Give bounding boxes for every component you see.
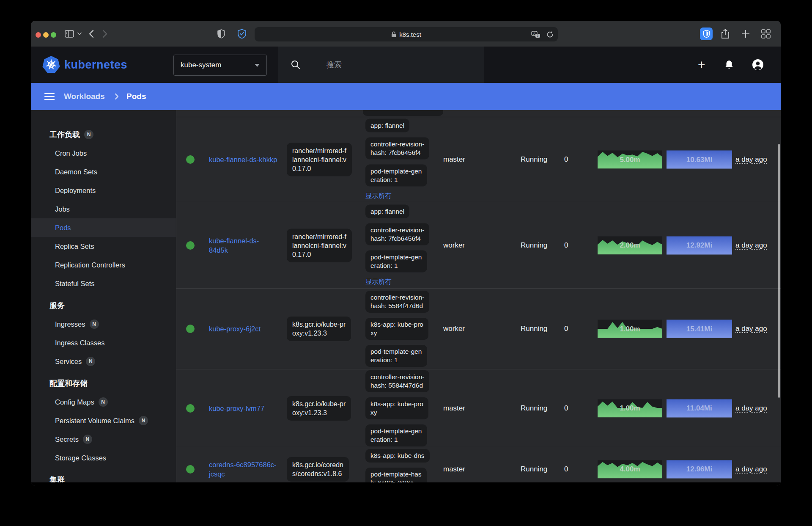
- sidebar-item-ingresses[interactable]: IngressesN: [31, 315, 176, 333]
- breadcrumb-section[interactable]: Workloads: [64, 92, 105, 101]
- pod-cpu-chip: 2.00m: [598, 236, 662, 254]
- pod-row: kube-flannel-ds- 84d5k rancher/mirrored-…: [176, 202, 781, 288]
- pod-age: a day ago: [735, 404, 767, 413]
- pod-node: master: [443, 155, 465, 164]
- pod-status-dot: [186, 155, 195, 164]
- sidebar-item-replication-controllers[interactable]: Replication Controllers: [31, 256, 176, 274]
- new-badge: N: [99, 397, 108, 407]
- pods-table: kube-flannel-ds-khkkp rancher/mirrored-f…: [176, 110, 781, 482]
- window-minimize-button[interactable]: [43, 32, 49, 38]
- pod-status: Running: [521, 155, 547, 164]
- pod-label-chip: k8s-app: kube-pro xy: [365, 318, 428, 340]
- url-text: k8s.test: [399, 31, 421, 38]
- shield-check-icon[interactable]: [238, 29, 246, 39]
- back-button[interactable]: [89, 30, 94, 38]
- forward-button[interactable]: [102, 30, 107, 38]
- svg-text:A: A: [533, 32, 536, 36]
- sidebar-section-header: 集群: [31, 471, 176, 482]
- sidebar-item-pods[interactable]: Pods: [31, 218, 176, 237]
- new-badge: N: [90, 319, 99, 329]
- show-all-link[interactable]: 显示所有: [365, 277, 392, 286]
- pod-cpu-chip: 1.00m: [598, 399, 662, 417]
- sidebar-item-daemon-sets[interactable]: Daemon Sets: [31, 162, 176, 181]
- pod-label-chip: pod-template-gen eration: 1: [365, 250, 427, 272]
- breadcrumb-chevron-icon: [115, 93, 119, 100]
- pod-row: coredns-6c8957686c- jcsqc k8s.gcr.io/cor…: [176, 447, 781, 482]
- sidebar-item-cron-jobs[interactable]: Cron Jobs: [31, 144, 176, 162]
- sidebar-toggle-icon[interactable]: [65, 30, 74, 38]
- sidebar-item-replica-sets[interactable]: Replica Sets: [31, 237, 176, 256]
- new-tab-icon[interactable]: [741, 30, 750, 38]
- sidebar-item-persistent-volume-claims[interactable]: Persistent Volume ClaimsN: [31, 411, 176, 430]
- show-all-link[interactable]: 显示所有: [365, 192, 392, 201]
- pod-status: Running: [521, 465, 547, 474]
- pod-node: worker: [443, 241, 465, 250]
- pod-image-chip: k8s.gcr.io/coredn s/coredns:v1.8.6: [287, 457, 349, 482]
- window-zoom-button[interactable]: [51, 32, 56, 38]
- pod-restarts: 0: [564, 155, 568, 164]
- sidebar-item-ingress-classes[interactable]: Ingress Classes: [31, 333, 176, 352]
- namespace-value: kube-system: [181, 61, 255, 69]
- sidebar-item-stateful-sets[interactable]: Stateful Sets: [31, 274, 176, 293]
- address-bar[interactable]: k8s.test A文: [255, 27, 558, 41]
- reload-icon[interactable]: [546, 31, 554, 38]
- pod-memory-chip: 15.41Mi: [667, 320, 732, 338]
- pod-name-link[interactable]: kube-flannel-ds- 84d5k: [209, 236, 286, 255]
- new-badge: N: [83, 435, 92, 444]
- pod-name-link[interactable]: kube-proxy-6j2ct: [209, 324, 286, 333]
- pod-node: master: [443, 404, 465, 413]
- pod-age: a day ago: [735, 465, 767, 474]
- pod-image-chip: rancher/mirrored-f lannelcni-flannel:v 0…: [287, 229, 352, 262]
- pod-age: a day ago: [735, 325, 767, 333]
- sidebar-item-storage-classes[interactable]: Storage Classes: [31, 449, 176, 467]
- sidebar-chevron-down-icon[interactable]: [77, 32, 82, 35]
- account-avatar-icon[interactable]: [752, 59, 764, 71]
- pod-status-dot: [186, 465, 195, 474]
- pod-name-link[interactable]: coredns-6c8957686c- jcsqc: [209, 460, 286, 479]
- pod-label-chip: controller-revision- hash: 5584f47d6d: [365, 370, 429, 392]
- sidebar-item-config-maps[interactable]: Config MapsN: [31, 393, 176, 411]
- search-bar[interactable]: 搜索: [278, 47, 484, 83]
- create-button[interactable]: +: [698, 58, 705, 71]
- pod-status: Running: [521, 241, 547, 250]
- pod-label-chip: app: flannel: [365, 119, 409, 132]
- pod-labels: k8s-app: kube-dnspod-template-has h: 6c8…: [365, 449, 430, 483]
- notifications-bell-icon[interactable]: [724, 60, 734, 70]
- pod-label-chip: pod-template-has h: 6c8957686c: [365, 468, 427, 483]
- sidebar-item-jobs[interactable]: Jobs: [31, 200, 176, 218]
- pod-name-link[interactable]: kube-proxy-lvm77: [209, 404, 286, 413]
- pod-memory-value: 11.04Mi: [667, 399, 732, 417]
- pod-label-chip: k8s-app: kube-pro xy: [365, 397, 428, 419]
- menu-hamburger-icon[interactable]: [44, 93, 55, 100]
- sidebar-item-secrets[interactable]: SecretsN: [31, 430, 176, 449]
- breadcrumb-bar: Workloads Pods: [31, 83, 781, 110]
- pod-memory-value: 10.63Mi: [667, 151, 732, 169]
- pod-memory-value: 12.96Mi: [667, 460, 732, 478]
- pod-labels: controller-revision- hash: 5584f47d6dk8s…: [365, 370, 429, 446]
- pod-status: Running: [521, 404, 547, 413]
- pod-row: kube-flannel-ds-khkkp rancher/mirrored-f…: [176, 117, 781, 202]
- bitwarden-extension-icon[interactable]: [700, 28, 713, 40]
- privacy-shield-icon[interactable]: [217, 29, 225, 39]
- search-placeholder: 搜索: [326, 60, 342, 70]
- translate-icon[interactable]: A文: [531, 31, 540, 38]
- tab-overview-icon[interactable]: [761, 29, 771, 39]
- pod-status-dot: [186, 325, 195, 333]
- share-icon[interactable]: [721, 29, 730, 39]
- pod-name-link[interactable]: kube-flannel-ds-khkkp: [209, 155, 286, 164]
- pod-labels: controller-revision- hash: 5584f47d6dk8s…: [365, 291, 429, 367]
- pod-cpu-value: 1.00m: [598, 320, 662, 338]
- pod-image-chip: k8s.gcr.io/kube-pr oxy:v1.23.3: [287, 396, 351, 421]
- pod-memory-chip: 12.92Mi: [667, 236, 732, 254]
- sidebar-item-deployments[interactable]: Deployments: [31, 181, 176, 200]
- namespace-selector[interactable]: kube-system: [173, 55, 267, 76]
- sidebar-section-header: 配置和存储: [31, 374, 176, 393]
- pod-restarts: 0: [564, 465, 568, 474]
- pod-image-chip: rancher/mirrored-f lannelcni-flannel:v 0…: [287, 143, 352, 176]
- window-close-button[interactable]: [36, 32, 41, 38]
- pod-memory-chip: 10.63Mi: [667, 151, 732, 169]
- scrollbar-thumb[interactable]: [778, 144, 780, 398]
- pod-label-chip: pod-template-gen eration: 1: [365, 424, 427, 446]
- sidebar-item-services[interactable]: ServicesN: [31, 352, 176, 371]
- pod-age: a day ago: [735, 241, 767, 250]
